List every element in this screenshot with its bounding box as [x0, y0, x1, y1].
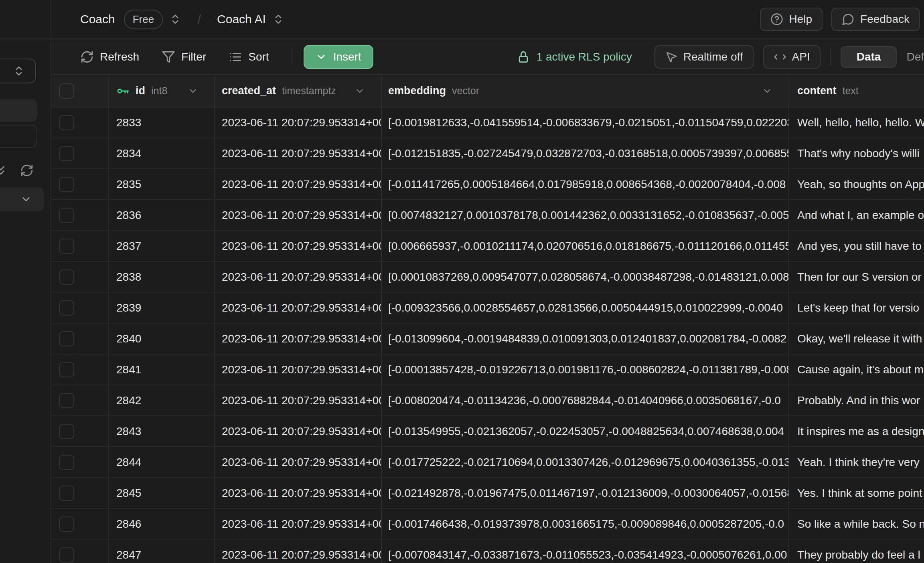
column-header-content[interactable]: content text: [789, 75, 924, 107]
table-row[interactable]: 2834 2023-06-11 20:07:29.953314+00 [-0.0…: [51, 138, 924, 169]
content-cell[interactable]: Probably. And in this wor: [789, 385, 924, 415]
embedding-cell[interactable]: [-0.013099604,-0.0019484839,0.010091303,…: [382, 324, 789, 354]
id-cell[interactable]: 2843: [109, 416, 215, 446]
refresh-tables-icon[interactable]: [20, 164, 34, 177]
insert-button[interactable]: Insert: [304, 45, 373, 69]
row-checkbox[interactable]: [59, 455, 74, 470]
content-cell[interactable]: That's why nobody's willi: [789, 138, 924, 168]
table-row[interactable]: 2838 2023-06-11 20:07:29.953314+00 [0.00…: [51, 262, 924, 293]
org-switcher-button[interactable]: [169, 13, 181, 25]
row-checkbox[interactable]: [59, 115, 74, 130]
id-cell[interactable]: 2836: [109, 200, 215, 230]
table-row[interactable]: 2840 2023-06-11 20:07:29.953314+00 [-0.0…: [51, 324, 924, 354]
embedding-cell[interactable]: [-0.013549955,-0.021362057,-0.022453057,…: [382, 416, 789, 446]
table-row[interactable]: 2839 2023-06-11 20:07:29.953314+00 [-0.0…: [51, 293, 924, 324]
id-cell[interactable]: 2847: [109, 540, 215, 563]
tab-definition[interactable]: Def: [906, 51, 924, 63]
filter-button[interactable]: Filter: [162, 50, 206, 64]
column-header-id[interactable]: id int8: [109, 75, 215, 107]
help-button[interactable]: Help: [760, 8, 823, 31]
select-all-checkbox[interactable]: [59, 83, 74, 99]
tab-data[interactable]: Data: [841, 46, 897, 68]
chevron-down-icon[interactable]: [762, 86, 772, 96]
embedding-cell[interactable]: [-0.012151835,-0.027245479,0.032872703,-…: [382, 138, 789, 168]
project-name[interactable]: Coach AI: [217, 12, 266, 26]
created-at-cell[interactable]: 2023-06-11 20:07:29.953314+00: [215, 293, 382, 323]
sort-button[interactable]: Sort: [229, 50, 269, 64]
id-cell[interactable]: 2834: [109, 138, 215, 168]
content-cell[interactable]: They probably do feel a l: [789, 540, 924, 563]
created-at-cell[interactable]: 2023-06-11 20:07:29.953314+00: [215, 200, 382, 230]
created-at-cell[interactable]: 2023-06-11 20:07:29.953314+00: [215, 107, 382, 138]
embedding-cell[interactable]: [-0.021492878,-0.01967475,0.011467197,-0…: [382, 478, 789, 508]
rls-policy-status[interactable]: 1 active RLS policy: [517, 50, 632, 64]
row-checkbox[interactable]: [59, 547, 74, 563]
table-row[interactable]: 2833 2023-06-11 20:07:29.953314+00 [-0.0…: [51, 107, 924, 138]
chevron-down-icon[interactable]: [355, 86, 365, 96]
content-cell[interactable]: Yeah. I think they're very: [789, 447, 924, 477]
id-cell[interactable]: 2833: [109, 107, 215, 138]
created-at-cell[interactable]: 2023-06-11 20:07:29.953314+00: [215, 385, 382, 415]
refresh-button[interactable]: Refresh: [80, 50, 139, 64]
row-checkbox[interactable]: [59, 269, 74, 285]
created-at-cell[interactable]: 2023-06-11 20:07:29.953314+00: [215, 262, 382, 292]
row-checkbox[interactable]: [59, 516, 74, 532]
created-at-cell[interactable]: 2023-06-11 20:07:29.953314+00: [215, 354, 382, 385]
row-checkbox[interactable]: [59, 177, 74, 192]
embedding-cell[interactable]: [-0.0017466438,-0.019373978,0.0031665175…: [382, 509, 789, 539]
content-cell[interactable]: Well, hello, hello, hello. W: [789, 107, 924, 138]
created-at-cell[interactable]: 2023-06-11 20:07:29.953314+00: [215, 447, 382, 477]
row-checkbox[interactable]: [59, 486, 74, 501]
created-at-cell[interactable]: 2023-06-11 20:07:29.953314+00: [215, 478, 382, 508]
table-row[interactable]: 2836 2023-06-11 20:07:29.953314+00 [0.00…: [51, 200, 924, 231]
created-at-cell[interactable]: 2023-06-11 20:07:29.953314+00: [215, 231, 382, 261]
id-cell[interactable]: 2846: [109, 509, 215, 539]
embedding-cell[interactable]: [-0.017725222,-0.021710694,0.0013307426,…: [382, 447, 789, 477]
table-row[interactable]: 2837 2023-06-11 20:07:29.953314+00 [0.00…: [51, 231, 924, 262]
id-cell[interactable]: 2838: [109, 262, 215, 292]
sidebar-button-outlined[interactable]: [0, 125, 37, 148]
content-cell[interactable]: And yes, you still have to: [789, 231, 924, 261]
content-cell[interactable]: Cause again, it's about m: [789, 354, 924, 385]
id-cell[interactable]: 2837: [109, 231, 215, 261]
table-selector-dropdown[interactable]: [0, 187, 44, 211]
table-row[interactable]: 2843 2023-06-11 20:07:29.953314+00 [-0.0…: [51, 416, 924, 447]
row-checkbox[interactable]: [59, 300, 74, 316]
row-checkbox[interactable]: [59, 393, 74, 408]
embedding-cell[interactable]: [0.0074832127,0.0010378178,0.001442362,0…: [382, 200, 789, 230]
embedding-cell[interactable]: [-0.0070843147,-0.033871673,-0.011055523…: [382, 540, 789, 563]
content-cell[interactable]: Yes. I think at some point: [789, 478, 924, 508]
id-cell[interactable]: 2841: [109, 354, 215, 385]
created-at-cell[interactable]: 2023-06-11 20:07:29.953314+00: [215, 416, 382, 446]
id-cell[interactable]: 2840: [109, 324, 215, 354]
table-row[interactable]: 2841 2023-06-11 20:07:29.953314+00 [-0.0…: [51, 354, 924, 385]
embedding-cell[interactable]: [-0.00013857428,-0.019226713,0.001981176…: [382, 354, 789, 385]
row-checkbox[interactable]: [59, 146, 74, 161]
table-row[interactable]: 2842 2023-06-11 20:07:29.953314+00 [-0.0…: [51, 385, 924, 416]
row-checkbox[interactable]: [59, 424, 74, 439]
id-cell[interactable]: 2844: [109, 447, 215, 477]
content-cell[interactable]: Let's keep that for versio: [789, 293, 924, 323]
embedding-cell[interactable]: [0.006665937,-0.0010211174,0.020706516,0…: [382, 231, 789, 261]
feedback-button[interactable]: Feedback: [831, 8, 920, 31]
schema-selector-dropdown[interactable]: [0, 59, 36, 83]
table-row[interactable]: 2846 2023-06-11 20:07:29.953314+00 [-0.0…: [51, 509, 924, 540]
created-at-cell[interactable]: 2023-06-11 20:07:29.953314+00: [215, 509, 382, 539]
id-cell[interactable]: 2845: [109, 478, 215, 508]
created-at-cell[interactable]: 2023-06-11 20:07:29.953314+00: [215, 138, 382, 168]
created-at-cell[interactable]: 2023-06-11 20:07:29.953314+00: [215, 324, 382, 354]
content-cell[interactable]: Then for our S version or: [789, 262, 924, 292]
api-button[interactable]: API: [763, 45, 821, 69]
column-header-embedding[interactable]: embedding vector: [382, 75, 789, 107]
embedding-cell[interactable]: [0.00010837269,0.009547077,0.028058674,-…: [382, 262, 789, 292]
table-row[interactable]: 2847 2023-06-11 20:07:29.953314+00 [-0.0…: [51, 540, 924, 563]
chevron-down-icon[interactable]: [188, 86, 198, 96]
row-checkbox[interactable]: [59, 239, 74, 254]
id-cell[interactable]: 2839: [109, 293, 215, 323]
created-at-cell[interactable]: 2023-06-11 20:07:29.953314+00: [215, 540, 382, 563]
collapse-chevrons-icon[interactable]: [0, 163, 8, 178]
embedding-cell[interactable]: [-0.008020474,-0.01134236,-0.00076882844…: [382, 385, 789, 415]
embedding-cell[interactable]: [-0.011417265,0.0005184664,0.017985918,0…: [382, 169, 789, 199]
row-checkbox[interactable]: [59, 362, 74, 377]
sidebar-button-filled[interactable]: [0, 99, 37, 122]
